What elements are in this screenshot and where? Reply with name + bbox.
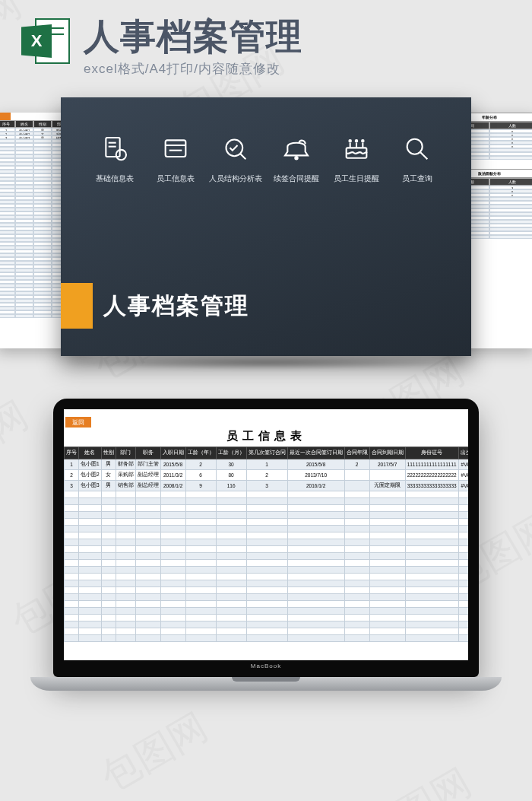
table-cell xyxy=(369,601,405,608)
table-cell xyxy=(344,539,369,546)
table-cell xyxy=(216,553,246,560)
table-cell xyxy=(246,635,287,642)
table-cell xyxy=(216,587,246,594)
contract-alert-icon xyxy=(281,134,312,166)
table-cell: #VALUE! xyxy=(458,481,468,491)
column-header: 职务 xyxy=(135,447,160,459)
column-header: 部门 xyxy=(116,447,135,459)
search-icon xyxy=(402,134,432,166)
table-cell xyxy=(79,587,102,594)
return-button[interactable]: 返回 xyxy=(65,417,91,428)
table-cell xyxy=(135,553,160,560)
table-cell xyxy=(116,491,135,498)
page-title: 人事档案管理 xyxy=(84,18,509,54)
table-cell xyxy=(135,539,160,546)
table-row[interactable] xyxy=(65,560,469,567)
sheet-title: 员工信息表 xyxy=(64,428,468,447)
table-cell xyxy=(216,567,246,574)
table-cell xyxy=(405,567,458,574)
table-cell xyxy=(458,628,468,635)
table-row[interactable] xyxy=(65,587,469,594)
table-cell xyxy=(185,608,216,615)
table-row[interactable] xyxy=(65,567,469,574)
table-row[interactable] xyxy=(65,594,469,601)
card-title: 人事档案管理 xyxy=(93,283,264,329)
table-cell: 80 xyxy=(216,470,246,481)
table-cell xyxy=(65,601,79,608)
contract-alert-button[interactable]: 续签合同提醒 xyxy=(270,134,323,184)
table-cell xyxy=(458,594,468,601)
table-cell xyxy=(369,608,405,615)
table-cell xyxy=(369,498,405,505)
table-cell xyxy=(405,628,458,635)
table-cell xyxy=(287,615,344,621)
table-row[interactable] xyxy=(65,574,469,580)
column-header: 姓名 xyxy=(79,447,102,459)
table-cell xyxy=(458,526,468,532)
table-row[interactable] xyxy=(65,628,469,635)
table-row[interactable] xyxy=(65,498,469,505)
table-cell xyxy=(246,532,287,539)
table-row[interactable] xyxy=(65,491,469,498)
table-cell xyxy=(116,574,135,580)
svg-point-9 xyxy=(295,157,297,159)
table-row[interactable] xyxy=(65,601,469,608)
table-cell xyxy=(79,539,102,546)
employee-table: 序号姓名性别部门职务入职日期工龄（年）工龄（月）第几次签订合同最近一次合同签订日… xyxy=(64,447,468,642)
table-cell xyxy=(216,608,246,615)
table-cell xyxy=(344,580,369,587)
table-cell xyxy=(344,574,369,580)
birthday-alert-button[interactable]: 员工生日提醒 xyxy=(330,134,383,184)
table-row[interactable] xyxy=(65,519,469,526)
table-row[interactable] xyxy=(65,615,469,621)
table-cell xyxy=(405,594,458,601)
employee-info-button[interactable]: 员工信息表 xyxy=(149,134,202,184)
table-cell xyxy=(65,546,79,553)
table-cell xyxy=(116,546,135,553)
table-row[interactable]: 1包小图1男财务部部门主管2015/5/823012015/5/822017/5… xyxy=(65,459,469,470)
table-row[interactable]: 3包小图3男销售部副总经理2008/1/2911632016/1/2无固定期限3… xyxy=(65,481,469,491)
table-row[interactable] xyxy=(65,621,469,628)
table-cell xyxy=(101,567,116,574)
basic-info-button[interactable]: 基础信息表 xyxy=(88,134,141,184)
table-cell xyxy=(160,621,185,628)
table-cell xyxy=(116,539,135,546)
table-cell: 包小图3 xyxy=(79,481,102,491)
table-cell xyxy=(135,567,160,574)
table-cell xyxy=(246,519,287,526)
table-row[interactable] xyxy=(65,608,469,615)
table-cell xyxy=(65,594,79,601)
table-row[interactable] xyxy=(65,512,469,519)
table-row[interactable] xyxy=(65,635,469,642)
table-cell xyxy=(185,512,216,519)
table-row[interactable] xyxy=(65,539,469,546)
svg-line-18 xyxy=(420,152,427,159)
table-cell xyxy=(458,498,468,505)
table-row[interactable] xyxy=(65,526,469,532)
analysis-button[interactable]: 人员结构分析表 xyxy=(209,134,262,184)
table-row[interactable] xyxy=(65,553,469,560)
table-cell xyxy=(458,608,468,615)
table-cell xyxy=(344,470,369,481)
table-row[interactable] xyxy=(65,546,469,553)
table-row[interactable] xyxy=(65,505,469,512)
table-row[interactable] xyxy=(65,532,469,539)
table-cell xyxy=(344,628,369,635)
table-cell xyxy=(344,512,369,519)
table-row[interactable] xyxy=(65,580,469,587)
svg-line-8 xyxy=(240,154,246,160)
table-cell xyxy=(160,580,185,587)
table-cell xyxy=(65,553,79,560)
table-cell xyxy=(101,601,116,608)
table-cell xyxy=(287,491,344,498)
table-cell xyxy=(135,594,160,601)
table-cell xyxy=(135,546,160,553)
table-row[interactable]: 2包小图2女采购部副总经理2011/3/268022013/7/10222222… xyxy=(65,470,469,481)
search-button[interactable]: 员工查询 xyxy=(391,134,444,184)
laptop-screen: 返回 员工信息表 序号姓名性别部门职务入职日期工龄（年）工龄（月）第几次签订合同… xyxy=(64,409,468,660)
table-cell xyxy=(246,491,287,498)
table-cell xyxy=(246,615,287,621)
column-header: 合同年限 xyxy=(344,447,369,459)
table-cell xyxy=(135,519,160,526)
table-cell xyxy=(101,505,116,512)
